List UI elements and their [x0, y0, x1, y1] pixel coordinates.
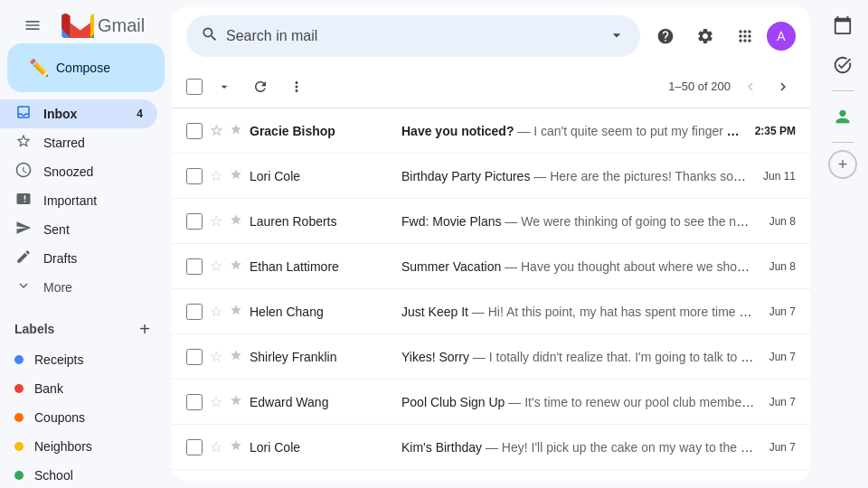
label-bank-text: Bank — [34, 381, 63, 396]
star-icon[interactable]: ☆ — [210, 122, 222, 139]
label-dot-bank — [14, 384, 24, 393]
email-sender: Ethan Lattimore — [250, 259, 394, 274]
label-bank[interactable]: Bank — [0, 374, 157, 403]
email-checkbox[interactable] — [186, 168, 203, 184]
email-checkbox[interactable] — [186, 439, 203, 455]
important-label: Important — [43, 193, 97, 208]
main-content: A 1–50 of 200 ☆ Gracie B — [172, 7, 810, 481]
important-icon — [14, 191, 33, 211]
search-bar — [186, 15, 640, 57]
label-dot-neighbors — [14, 442, 24, 451]
sidebar-item-inbox[interactable]: Inbox 4 — [0, 99, 157, 128]
email-row[interactable]: ☆ Shirley Franklin Yikes! Sorry — I tota… — [172, 334, 810, 380]
email-date: Jun 7 — [769, 396, 796, 408]
email-row[interactable]: ☆ Lori Cole Kim's Birthday — Hey! I'll p… — [172, 425, 810, 470]
sidebar-more-button[interactable]: More — [0, 273, 172, 302]
email-date: Jun 7 — [769, 305, 796, 318]
add-label-button[interactable]: + — [132, 316, 157, 342]
email-row[interactable]: ☆ Gracie Bishop Have you noticed? — I ca… — [172, 108, 810, 154]
user-avatar[interactable]: A — [767, 22, 796, 51]
email-checkbox[interactable] — [186, 123, 203, 139]
email-date: Jun 8 — [769, 215, 796, 228]
sidebar-item-sent[interactable]: Sent — [0, 215, 157, 244]
email-subject: Kim's Birthday — [401, 440, 482, 455]
compose-label: Compose — [56, 61, 110, 75]
select-dropdown-button[interactable] — [210, 72, 239, 101]
header-bar: Gmail — [0, 7, 172, 43]
gmail-wordmark: Gmail — [98, 15, 145, 36]
more-options-button[interactable] — [282, 72, 311, 101]
label-coupons[interactable]: Coupons — [0, 403, 157, 432]
email-subject-line: Pool Club Sign Up — It's time to renew o… — [401, 395, 755, 409]
email-subject: Yikes! Sorry — [401, 350, 469, 364]
label-neighbors-text: Neighbors — [34, 439, 92, 454]
star-icon[interactable]: ☆ — [210, 393, 222, 410]
email-snippet: — Have you thought about where we should… — [501, 259, 754, 274]
star-icon[interactable]: ☆ — [210, 348, 222, 365]
labels-header: Labels + — [0, 309, 172, 345]
label-school-text: School — [34, 468, 73, 483]
calendar-icon-btn[interactable] — [825, 7, 861, 43]
right-sidebar-divider — [832, 90, 854, 91]
starred-icon — [14, 133, 33, 154]
label-receipts-text: Receipts — [34, 352, 83, 367]
tasks-icon-btn[interactable] — [825, 47, 861, 83]
email-sender: Shirley Franklin — [250, 350, 394, 364]
search-icon — [201, 25, 219, 48]
sidebar-item-important[interactable]: Important — [0, 186, 157, 215]
sidebar: Gmail ✏️ Compose Inbox 4 Starred Snoozed — [0, 0, 172, 488]
important-icon — [230, 168, 242, 183]
label-dot-receipts — [14, 355, 24, 364]
sidebar-item-drafts[interactable]: Drafts — [0, 244, 157, 273]
label-school[interactable]: School — [0, 461, 157, 488]
more-icon — [14, 277, 33, 298]
email-row[interactable]: ☆ Helen Chang Just Keep It — Hi! At this… — [172, 289, 810, 334]
email-subject: Pool Club Sign Up — [401, 395, 505, 409]
email-checkbox[interactable] — [186, 349, 203, 365]
star-icon[interactable]: ☆ — [210, 212, 222, 230]
star-icon[interactable]: ☆ — [210, 167, 222, 184]
nav-more-label: More — [43, 280, 72, 295]
help-button[interactable] — [647, 18, 684, 54]
email-checkbox[interactable] — [186, 304, 203, 320]
search-input[interactable] — [226, 28, 600, 44]
star-icon[interactable]: ☆ — [210, 303, 222, 320]
settings-button[interactable] — [687, 18, 723, 54]
refresh-button[interactable] — [246, 72, 275, 101]
important-icon — [230, 439, 242, 455]
star-icon[interactable]: ☆ — [210, 258, 222, 275]
email-sender: Lauren Roberts — [250, 214, 394, 229]
menu-button[interactable] — [14, 7, 51, 43]
email-row[interactable]: ☆ Ethan Lattimore Summer Vacation — Have… — [172, 244, 810, 289]
compose-button[interactable]: ✏️ Compose — [7, 43, 165, 92]
gmail-logo: Gmail — [61, 14, 145, 38]
prev-page-button[interactable] — [738, 74, 763, 99]
email-date: 2:35 PM — [755, 125, 796, 137]
email-row[interactable]: ☆ Edward Wang Pool Club Sign Up — It's t… — [172, 380, 810, 425]
drafts-icon — [14, 249, 33, 269]
search-dropdown-icon[interactable] — [608, 26, 626, 47]
contacts-icon-btn[interactable] — [825, 99, 861, 135]
email-sender: Helen Chang — [250, 305, 394, 319]
select-all-checkbox[interactable] — [186, 79, 203, 95]
email-snippet: — Here are the pictures! Thanks so much … — [530, 169, 749, 183]
inbox-badge: 4 — [137, 108, 143, 120]
email-row[interactable]: ☆ Lori Cole Birthday Party Pictures — He… — [172, 154, 810, 199]
sidebar-item-snoozed[interactable]: Snoozed — [0, 157, 157, 186]
label-receipts[interactable]: Receipts — [0, 345, 157, 374]
email-checkbox[interactable] — [186, 213, 203, 230]
email-checkbox[interactable] — [186, 394, 203, 410]
sidebar-item-starred[interactable]: Starred — [0, 128, 157, 157]
star-icon[interactable]: ☆ — [210, 438, 222, 455]
important-icon — [230, 258, 242, 274]
email-row[interactable]: ☆ Lauren Roberts Fwd: Movie Plans — We w… — [172, 199, 810, 244]
email-subject-line: Have you noticed? — I can't quite seem t… — [401, 124, 741, 138]
email-row[interactable]: ☆ Janice Castro Fwd: End of the Year Par… — [172, 470, 810, 481]
email-checkbox[interactable] — [186, 258, 203, 275]
add-app-button[interactable]: + — [828, 150, 857, 179]
top-bar: A — [172, 7, 810, 65]
next-page-button[interactable] — [770, 74, 796, 99]
inbox-icon — [14, 104, 33, 125]
apps-button[interactable] — [727, 18, 763, 54]
label-neighbors[interactable]: Neighbors — [0, 432, 157, 461]
